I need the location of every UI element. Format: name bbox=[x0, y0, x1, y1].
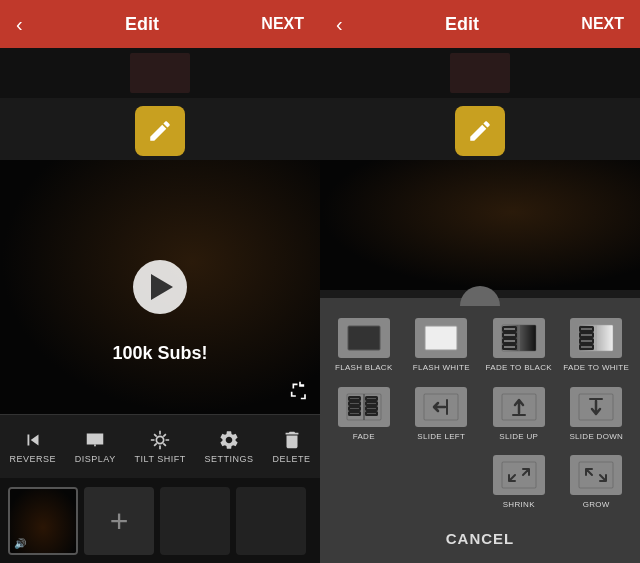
timeline-empty-slot-1 bbox=[160, 487, 230, 555]
toolbar-item-settings[interactable]: SETTINGS bbox=[205, 429, 254, 464]
left-next-button[interactable]: NEXT bbox=[261, 15, 304, 33]
settings-label: SETTINGS bbox=[205, 454, 254, 464]
slide-up-label: SLIDE UP bbox=[499, 432, 538, 442]
left-timeline: 🔊 + bbox=[0, 478, 320, 563]
svg-point-0 bbox=[156, 436, 163, 443]
transition-row-2: FADE SLIDE LEFT bbox=[328, 383, 632, 446]
fade-icon-box bbox=[338, 387, 390, 427]
timeline-thumbnail[interactable]: 🔊 bbox=[8, 487, 78, 555]
pencil-icon bbox=[147, 118, 173, 144]
left-header: ‹ Edit NEXT bbox=[0, 0, 320, 48]
shrink-label: SHRINK bbox=[503, 500, 535, 510]
toolbar-item-reverse[interactable]: REVERSE bbox=[9, 429, 56, 464]
fade-icon bbox=[346, 393, 382, 421]
fade-to-black-label: FADE TO BLACK bbox=[486, 363, 552, 373]
transition-fade-to-black[interactable]: FADE TO BLACK bbox=[483, 314, 555, 377]
slide-left-label: SLIDE LEFT bbox=[417, 432, 465, 442]
add-icon: + bbox=[110, 505, 129, 537]
svg-rect-14 bbox=[580, 345, 593, 349]
fade-to-black-icon bbox=[501, 324, 537, 352]
svg-rect-23 bbox=[366, 407, 377, 410]
svg-rect-20 bbox=[349, 412, 360, 415]
tilt-shift-icon bbox=[149, 429, 171, 451]
right-filmstrip-thumbnail bbox=[450, 53, 510, 93]
cancel-button[interactable]: CANCEL bbox=[328, 522, 632, 555]
grow-icon-box bbox=[570, 455, 622, 495]
transition-fade[interactable]: FADE bbox=[328, 383, 400, 446]
right-video-preview bbox=[320, 160, 640, 290]
svg-rect-21 bbox=[366, 397, 377, 400]
grow-label: GROW bbox=[583, 500, 610, 510]
transition-flash-black[interactable]: FLASH BLACK bbox=[328, 314, 400, 377]
slide-up-icon-box bbox=[493, 387, 545, 427]
transition-empty-2 bbox=[406, 451, 478, 514]
flash-black-icon bbox=[346, 324, 382, 352]
expand-icon[interactable] bbox=[290, 381, 310, 406]
right-edit-icon-area bbox=[320, 98, 640, 160]
delete-label: DELETE bbox=[273, 454, 311, 464]
toolbar-item-display[interactable]: DISPLAY bbox=[75, 429, 116, 464]
flash-white-label: FLASH WHITE bbox=[413, 363, 470, 373]
flash-black-icon-box bbox=[338, 318, 390, 358]
svg-rect-2 bbox=[425, 326, 457, 350]
slide-left-icon-box bbox=[415, 387, 467, 427]
timeline-add-button[interactable]: + bbox=[84, 487, 154, 555]
transition-fade-to-white[interactable]: FADE TO WHITE bbox=[561, 314, 633, 377]
svg-rect-5 bbox=[503, 327, 516, 331]
svg-rect-22 bbox=[366, 402, 377, 405]
left-header-title: Edit bbox=[125, 14, 159, 35]
left-edit-icon-area bbox=[0, 98, 320, 160]
toolbar-item-delete[interactable]: DELETE bbox=[273, 429, 311, 464]
right-header: ‹ Edit NEXT bbox=[320, 0, 640, 48]
svg-rect-8 bbox=[503, 345, 516, 349]
flash-white-icon bbox=[423, 324, 459, 352]
left-filmstrip bbox=[0, 48, 320, 98]
right-filmstrip bbox=[320, 48, 640, 98]
slide-up-icon bbox=[501, 393, 537, 421]
grow-icon bbox=[578, 461, 614, 489]
svg-rect-31 bbox=[502, 462, 536, 488]
right-edit-icon-button[interactable] bbox=[455, 106, 505, 156]
slide-down-icon-box bbox=[570, 387, 622, 427]
transition-empty-1 bbox=[328, 451, 400, 514]
left-back-button[interactable]: ‹ bbox=[16, 13, 23, 36]
shrink-icon bbox=[501, 461, 537, 489]
fade-label: FADE bbox=[353, 432, 375, 442]
transition-slide-down[interactable]: SLIDE DOWN bbox=[561, 383, 633, 446]
left-panel: ‹ Edit NEXT 100k Subs! REVERSE bbox=[0, 0, 320, 563]
right-next-button[interactable]: NEXT bbox=[581, 15, 624, 33]
svg-rect-7 bbox=[503, 339, 516, 343]
display-icon bbox=[84, 429, 106, 451]
left-video-preview: 100k Subs! bbox=[0, 160, 320, 414]
display-label: DISPLAY bbox=[75, 454, 116, 464]
transition-flash-white[interactable]: FLASH WHITE bbox=[406, 314, 478, 377]
transition-slide-up[interactable]: SLIDE UP bbox=[483, 383, 555, 446]
svg-rect-1 bbox=[348, 326, 380, 350]
right-panel: ‹ Edit NEXT FLASH BLACK bbox=[320, 0, 640, 563]
svg-rect-24 bbox=[366, 412, 377, 415]
transition-grow[interactable]: GROW bbox=[561, 451, 633, 514]
fade-to-white-label: FADE TO WHITE bbox=[563, 363, 629, 373]
transition-row-1: FLASH BLACK FLASH WHITE bbox=[328, 314, 632, 377]
shrink-icon-box bbox=[493, 455, 545, 495]
transition-shrink[interactable]: SHRINK bbox=[483, 451, 555, 514]
video-title: 100k Subs! bbox=[112, 343, 207, 364]
svg-rect-17 bbox=[349, 397, 360, 400]
toolbar-item-tilt-shift[interactable]: TILT SHIFT bbox=[135, 429, 186, 464]
right-back-button[interactable]: ‹ bbox=[336, 13, 343, 36]
reverse-label: REVERSE bbox=[9, 454, 56, 464]
svg-rect-32 bbox=[579, 462, 613, 488]
slide-left-icon bbox=[423, 393, 459, 421]
volume-icon: 🔊 bbox=[14, 538, 26, 549]
svg-rect-13 bbox=[580, 339, 593, 343]
fade-to-black-icon-box bbox=[493, 318, 545, 358]
slide-down-label: SLIDE DOWN bbox=[569, 432, 623, 442]
transition-slide-left[interactable]: SLIDE LEFT bbox=[406, 383, 478, 446]
play-button[interactable] bbox=[133, 260, 187, 314]
flash-white-icon-box bbox=[415, 318, 467, 358]
svg-rect-6 bbox=[503, 333, 516, 337]
right-header-title: Edit bbox=[445, 14, 479, 35]
timeline-empty-slot-2 bbox=[236, 487, 306, 555]
left-edit-icon-button[interactable] bbox=[135, 106, 185, 156]
tilt-shift-label: TILT SHIFT bbox=[135, 454, 186, 464]
